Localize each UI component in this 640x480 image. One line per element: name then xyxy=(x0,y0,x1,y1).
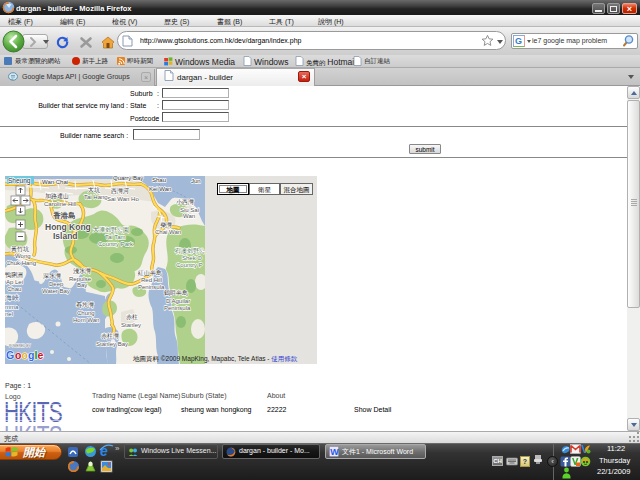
svg-text:西灣河: 西灣河 xyxy=(111,187,129,195)
svg-text:Country Park: Country Park xyxy=(98,241,134,247)
svg-text:Country P: Country P xyxy=(176,262,203,268)
svg-text:Bay: Bay xyxy=(77,282,87,288)
svg-text:Sai Wan Ho: Sai Wan Ho xyxy=(107,196,139,202)
svg-text:鴨脷洲: 鴨脷洲 xyxy=(5,271,23,279)
svg-text:nel: nel xyxy=(5,311,13,317)
svg-text:Shau: Shau xyxy=(152,177,166,183)
svg-text:小西灣: 小西灣 xyxy=(176,198,194,206)
svg-text:舂坎灣: 舂坎灣 xyxy=(76,301,94,309)
svg-text:赤柱灣: 赤柱灣 xyxy=(101,332,119,340)
svg-text:Tai Hang: Tai Hang xyxy=(84,194,108,200)
svg-text:POWERED BY: POWERED BY xyxy=(9,344,31,348)
svg-text:Ap Lei: Ap Lei xyxy=(6,279,23,285)
svg-text:黃竹坑: 黃竹坑 xyxy=(11,245,29,253)
svg-text:o: o xyxy=(22,349,28,361)
svg-text:赤柱: 赤柱 xyxy=(126,314,138,321)
svg-text:鶴咀半島: 鶴咀半島 xyxy=(164,289,188,297)
svg-text:Chung: Chung xyxy=(77,310,95,316)
svg-text:深水灣: 深水灣 xyxy=(43,272,61,280)
svg-text:Peninsula: Peninsula xyxy=(138,284,165,290)
svg-text:g: g xyxy=(28,349,34,361)
svg-text:Stanley Bay: Stanley Bay xyxy=(96,341,128,347)
svg-text:mma: mma xyxy=(5,304,19,310)
svg-text:Deep: Deep xyxy=(49,281,64,287)
svg-text:Wong: Wong xyxy=(15,253,31,259)
svg-text:Caroline Hill: Caroline Hill xyxy=(44,201,76,207)
svg-text:o: o xyxy=(15,349,21,361)
svg-text:G: G xyxy=(6,349,14,361)
svg-text:Stanley: Stanley xyxy=(121,322,141,328)
svg-text:淺水灣: 淺水灣 xyxy=(73,267,91,275)
svg-text:Red Hill: Red Hill xyxy=(141,277,162,283)
svg-text:Shek O: Shek O xyxy=(182,255,202,261)
svg-text:Tai Tam: Tai Tam xyxy=(105,234,126,240)
svg-text:Jun: Jun xyxy=(191,178,201,184)
svg-text:e: e xyxy=(38,349,44,361)
svg-text:Sheung: Sheung xyxy=(8,177,31,185)
svg-text:大坑: 大坑 xyxy=(88,186,100,194)
svg-text:加路連山: 加路連山 xyxy=(45,193,69,200)
svg-text:Water Bay: Water Bay xyxy=(42,288,70,294)
svg-text:Wan: Wan xyxy=(183,213,195,219)
svg-text:Chuk Hang: Chuk Hang xyxy=(6,260,36,266)
svg-text:石澳郊野公: 石澳郊野公 xyxy=(174,247,205,255)
svg-text:Island: Island xyxy=(53,231,78,241)
svg-text:紅山半島: 紅山半島 xyxy=(137,270,162,277)
svg-text:D'Aguilar: D'Aguilar xyxy=(166,298,190,304)
svg-text:柴灣: 柴灣 xyxy=(160,221,172,229)
svg-text:Chai Wan: Chai Wan xyxy=(155,229,181,235)
svg-text:W: W xyxy=(330,447,339,457)
svg-text:Kei Wan: Kei Wan xyxy=(149,186,171,192)
svg-text:大潭郊野公園: 大潭郊野公園 xyxy=(93,226,129,234)
svg-text:海峽: 海峽 xyxy=(5,294,19,302)
svg-text:Chau: Chau xyxy=(7,286,21,292)
svg-text:Hom Wan: Hom Wan xyxy=(73,317,99,323)
svg-text:Peninsula: Peninsula xyxy=(164,305,191,311)
svg-text:Quarry Bay: Quarry Bay xyxy=(113,176,143,181)
svg-text:Wan Chai: Wan Chai xyxy=(42,179,68,185)
svg-text:香港島: 香港島 xyxy=(53,211,76,220)
